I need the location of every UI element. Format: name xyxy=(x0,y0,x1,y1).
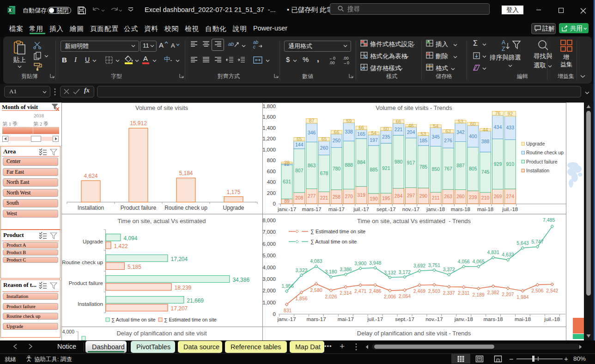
svg-text:Installation: Installation xyxy=(526,168,549,173)
svg-text:mai-17: mai-17 xyxy=(338,316,354,322)
svg-text:54: 54 xyxy=(371,130,376,136)
svg-text:Volume of site visits - Trends: Volume of site visits - Trends xyxy=(376,104,452,111)
svg-text:3,180: 3,180 xyxy=(325,269,337,274)
svg-text:65: 65 xyxy=(322,136,327,142)
svg-text:54: 54 xyxy=(433,123,438,129)
svg-text:284: 284 xyxy=(395,193,403,199)
svg-text:433: 433 xyxy=(506,125,515,130)
svg-text:mai-17: mai-17 xyxy=(328,206,345,212)
svg-text:3,692: 3,692 xyxy=(413,263,425,268)
svg-text:319: 319 xyxy=(357,192,365,198)
svg-text:2,207: 2,207 xyxy=(502,291,514,297)
svg-text:274: 274 xyxy=(506,194,515,199)
svg-text:5,185: 5,185 xyxy=(128,264,141,270)
svg-text:3,172: 3,172 xyxy=(399,269,411,275)
svg-text:Product failure: Product failure xyxy=(69,280,103,286)
svg-text:63: 63 xyxy=(445,128,451,134)
svg-text:211: 211 xyxy=(432,195,440,200)
svg-text:mars-17: mars-17 xyxy=(306,316,326,322)
svg-text:276: 276 xyxy=(444,138,452,143)
svg-text:2,000: 2,000 xyxy=(262,288,276,293)
svg-text:Product failure: Product failure xyxy=(526,159,558,164)
svg-text:400: 400 xyxy=(267,179,276,185)
svg-text:434: 434 xyxy=(494,124,502,130)
svg-text:92: 92 xyxy=(507,111,513,116)
svg-text:5,000: 5,000 xyxy=(262,253,276,258)
svg-text:Z: Z xyxy=(502,46,505,52)
svg-text:59: 59 xyxy=(346,118,352,124)
svg-text:1,175: 1,175 xyxy=(226,189,240,195)
svg-text:mars-18: mars-18 xyxy=(451,206,470,212)
svg-text:c: c xyxy=(253,44,255,49)
svg-text:980: 980 xyxy=(395,159,403,164)
svg-text:346: 346 xyxy=(308,130,316,135)
svg-text:4,831: 4,831 xyxy=(487,249,499,255)
svg-text:66: 66 xyxy=(334,129,340,135)
svg-text:1,956: 1,956 xyxy=(281,283,293,289)
svg-text:A: A xyxy=(502,39,505,46)
svg-text:1,422: 1,422 xyxy=(114,243,128,249)
svg-text:mai-18: mai-18 xyxy=(477,206,493,212)
svg-text:X: X xyxy=(8,8,12,13)
svg-text:2,486: 2,486 xyxy=(369,288,381,294)
svg-text:60: 60 xyxy=(470,121,476,127)
svg-text:∑ Actual time on site: ∑ Actual time on site xyxy=(111,317,156,322)
svg-text:221: 221 xyxy=(320,195,328,200)
svg-text:sept.-17: sept.-17 xyxy=(376,206,396,212)
svg-text:Time on site, actual Vs estima: Time on site, actual Vs estimated xyxy=(118,218,206,224)
svg-text:1,400: 1,400 xyxy=(262,125,276,131)
svg-text:17,204: 17,204 xyxy=(171,256,188,262)
svg-text:2,026: 2,026 xyxy=(325,294,337,299)
svg-text:210: 210 xyxy=(481,195,490,200)
svg-text:3,948: 3,948 xyxy=(369,260,381,266)
svg-text:1,600: 1,600 xyxy=(262,114,276,120)
svg-text:mai-18: mai-18 xyxy=(515,316,531,322)
svg-text:2,506: 2,506 xyxy=(531,288,543,293)
svg-text:3,386: 3,386 xyxy=(340,267,352,272)
svg-text:sept.-17: sept.-17 xyxy=(395,316,414,322)
svg-text:3,900: 3,900 xyxy=(354,261,366,266)
svg-text:2,337: 2,337 xyxy=(443,290,455,296)
svg-text:767: 767 xyxy=(444,166,452,171)
svg-text:263: 263 xyxy=(444,194,452,199)
svg-text:3,000: 3,000 xyxy=(262,276,276,282)
svg-text:2,580: 2,580 xyxy=(310,287,322,293)
svg-text:831: 831 xyxy=(284,308,292,313)
svg-text:208: 208 xyxy=(295,195,304,200)
svg-text:4,633: 4,633 xyxy=(502,252,514,257)
svg-text:juil.-17: juil.-17 xyxy=(367,316,383,322)
svg-text:4,624: 4,624 xyxy=(84,173,97,179)
svg-text:929: 929 xyxy=(494,161,502,167)
svg-text:Upgrade: Upgrade xyxy=(83,239,103,244)
svg-text:5,643: 5,643 xyxy=(516,240,528,246)
svg-text:863: 863 xyxy=(308,163,316,168)
svg-text:3,751: 3,751 xyxy=(428,262,440,268)
svg-text:250: 250 xyxy=(333,138,341,143)
svg-text:nov.-17: nov.-17 xyxy=(402,206,420,212)
svg-text:janv.-17: janv.-17 xyxy=(277,316,296,322)
svg-text:60: 60 xyxy=(383,126,389,132)
svg-text:∑ Actual time on site: ∑ Actual time on site xyxy=(310,239,357,245)
svg-text:1,800: 1,800 xyxy=(262,103,276,109)
svg-text:1,000: 1,000 xyxy=(262,300,276,305)
svg-text:197: 197 xyxy=(370,137,378,143)
svg-text:144: 144 xyxy=(295,142,304,147)
svg-text:745: 745 xyxy=(481,169,490,175)
svg-text:5,184: 5,184 xyxy=(179,170,193,176)
svg-text:2,503: 2,503 xyxy=(428,288,440,294)
svg-text:53: 53 xyxy=(421,131,426,137)
svg-text:3,132: 3,132 xyxy=(384,270,396,275)
svg-text:850: 850 xyxy=(431,166,440,172)
svg-text:4,000: 4,000 xyxy=(62,329,74,334)
svg-text:917: 917 xyxy=(407,160,415,165)
svg-text:388: 388 xyxy=(481,139,490,144)
svg-text:15,912: 15,912 xyxy=(130,120,147,127)
svg-text:nov.-17: nov.-17 xyxy=(425,316,443,322)
svg-text:juil.-17: juil.-17 xyxy=(353,206,369,212)
svg-text:4,056: 4,056 xyxy=(458,259,470,264)
svg-text:87: 87 xyxy=(309,118,315,123)
svg-text:44: 44 xyxy=(483,127,488,133)
svg-text:269: 269 xyxy=(494,194,502,199)
svg-text:Time on site, actual Vs estima: Time on site, actual Vs estimated - Tren… xyxy=(357,218,471,224)
svg-text:221: 221 xyxy=(395,127,403,132)
